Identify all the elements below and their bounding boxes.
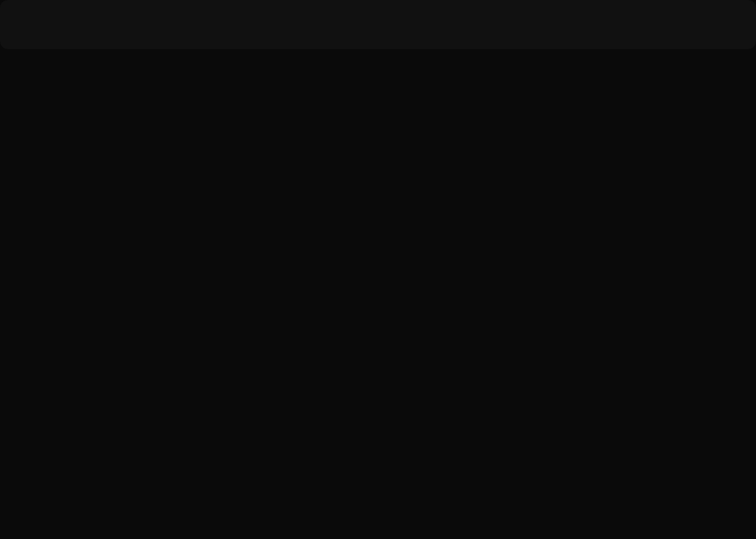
tv-brand-logo: LG (370, 30, 387, 42)
bg-counter-chip: s (1/3) (19, 30, 57, 45)
menu-icon[interactable] (720, 0, 737, 11)
link-validation-dialog: Link Validation A link is opened. This c… (89, 38, 724, 49)
tv-screen: s (1/3) FORKPLAY Link Validation A link … (0, 0, 756, 49)
